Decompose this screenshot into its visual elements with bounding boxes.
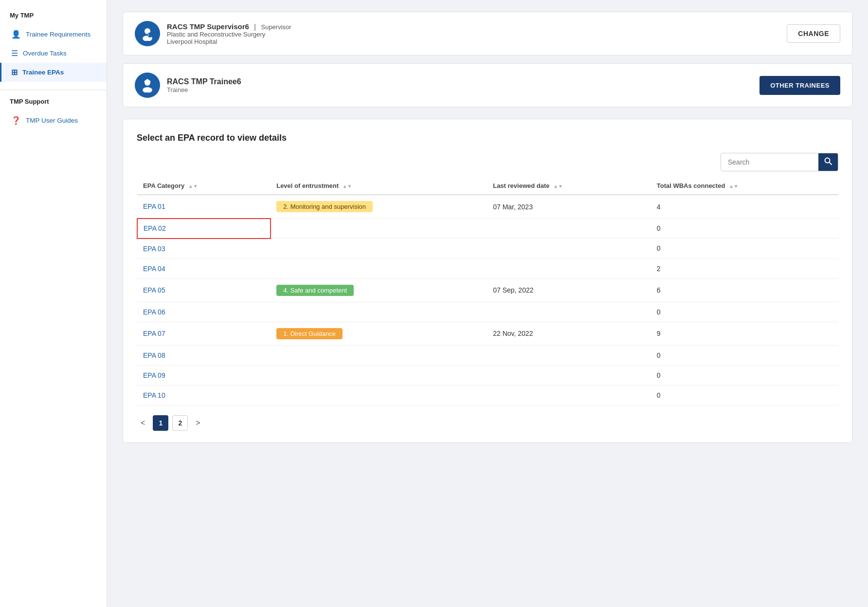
wbas-count: 0 xyxy=(651,302,838,322)
epa-link-epa-09[interactable]: EPA 09 xyxy=(143,371,165,379)
entrustment-badge: 4. Safe and competent xyxy=(276,285,354,296)
change-button[interactable]: CHANGE xyxy=(787,24,840,43)
epa-section: Select an EPA record to view details EPA… xyxy=(123,119,852,443)
table-row: EPA 020 xyxy=(137,219,838,239)
sidebar-item-tmp-user-guides[interactable]: ❓ TMP User Guides xyxy=(0,111,107,130)
sort-icon-reviewed: ▲▼ xyxy=(553,184,563,189)
reviewed-date xyxy=(487,219,651,239)
sidebar-divider xyxy=(0,90,107,90)
other-trainees-button[interactable]: OTHER TRAINEES xyxy=(760,76,840,95)
supervisor-text: RACS TMP Supervisor6 | Supervisor Plasti… xyxy=(167,22,291,45)
supervisor-specialty: Plastic and Reconstructive Surgery xyxy=(167,31,291,38)
wbas-count: 0 xyxy=(651,385,838,405)
epa-table: EPA Category ▲▼ Level of entrustment ▲▼ … xyxy=(137,177,838,405)
supervisor-card: ⚕ RACS TMP Supervisor6 | Supervisor Plas… xyxy=(123,12,852,55)
user-guides-icon: ❓ xyxy=(11,116,21,125)
epa-link-epa-02[interactable]: EPA 02 xyxy=(144,224,166,232)
svg-point-5 xyxy=(143,87,152,92)
main-content: ⚕ RACS TMP Supervisor6 | Supervisor Plas… xyxy=(107,0,868,607)
supervisor-hospital: Liverpool Hospital xyxy=(167,38,291,45)
table-row: EPA 090 xyxy=(137,365,838,385)
trainee-name: RACS TMP Trainee6 xyxy=(167,77,241,86)
reviewed-date: 07 Mar, 2023 xyxy=(487,195,651,219)
epa-link-epa-08[interactable]: EPA 08 xyxy=(143,351,165,359)
table-row: EPA 012. Monitoring and supervision07 Ma… xyxy=(137,195,838,219)
epa-link-epa-06[interactable]: EPA 06 xyxy=(143,308,165,316)
wbas-count: 9 xyxy=(651,322,838,345)
table-row: EPA 100 xyxy=(137,385,838,405)
wbas-count: 0 xyxy=(651,219,838,239)
epa-link-epa-10[interactable]: EPA 10 xyxy=(143,391,165,399)
table-row: EPA 054. Safe and competent07 Sep, 20226 xyxy=(137,278,838,302)
sidebar-item-label: Overdue Tasks xyxy=(23,50,67,57)
reviewed-date xyxy=(487,345,651,365)
wbas-count: 2 xyxy=(651,258,838,278)
wbas-count: 4 xyxy=(651,195,838,219)
trainee-avatar xyxy=(135,73,160,98)
entrustment-badge: 2. Monitoring and supervision xyxy=(276,201,373,212)
table-row: EPA 080 xyxy=(137,345,838,365)
epa-link-epa-07[interactable]: EPA 07 xyxy=(143,330,165,337)
sidebar-item-trainee-requirements[interactable]: 👤 Trainee Requirements xyxy=(0,25,107,44)
epa-section-title: Select an EPA record to view details xyxy=(137,133,838,143)
sidebar-item-label: Trainee Requirements xyxy=(26,31,90,38)
reviewed-date xyxy=(487,385,651,405)
table-row: EPA 060 xyxy=(137,302,838,322)
wbas-count: 0 xyxy=(651,239,838,259)
table-row: EPA 030 xyxy=(137,239,838,259)
sidebar-item-trainee-epas[interactable]: ⊞ Trainee EPAs xyxy=(0,63,107,82)
sort-icon-entrustment: ▲▼ xyxy=(343,184,352,189)
next-page-button[interactable]: > xyxy=(192,417,204,429)
reviewed-date: 22 Nov, 2022 xyxy=(487,322,651,345)
reviewed-date xyxy=(487,302,651,322)
wbas-count: 0 xyxy=(651,365,838,385)
sort-icon-wbas: ▲▼ xyxy=(729,184,739,189)
col-reviewed: Last reviewed date ▲▼ xyxy=(487,177,651,195)
sidebar-item-label: Trainee EPAs xyxy=(22,69,64,76)
epa-link-epa-03[interactable]: EPA 03 xyxy=(143,245,165,253)
reviewed-date xyxy=(487,258,651,278)
page-2-button[interactable]: 2 xyxy=(172,415,188,431)
trainee-card: RACS TMP Trainee6 Trainee OTHER TRAINEES xyxy=(123,63,852,107)
page-1-button[interactable]: 1 xyxy=(153,415,168,431)
search-input[interactable] xyxy=(721,154,818,170)
table-row: EPA 071. Direct Guidance22 Nov, 20229 xyxy=(137,322,838,345)
col-category: EPA Category ▲▼ xyxy=(137,177,271,195)
sidebar-item-overdue-tasks[interactable]: ☰ Overdue Tasks xyxy=(0,44,107,63)
reviewed-date: 07 Sep, 2022 xyxy=(487,278,651,302)
reviewed-date xyxy=(487,365,651,385)
epa-link-epa-05[interactable]: EPA 05 xyxy=(143,286,165,294)
reviewed-date xyxy=(487,239,651,259)
svg-text:⚕: ⚕ xyxy=(147,33,149,37)
wbas-count: 0 xyxy=(651,345,838,365)
overdue-tasks-icon: ☰ xyxy=(11,49,18,58)
supervisor-info: ⚕ RACS TMP Supervisor6 | Supervisor Plas… xyxy=(135,21,291,46)
trainee-requirements-icon: 👤 xyxy=(11,30,21,39)
epa-link-epa-01[interactable]: EPA 01 xyxy=(143,202,165,210)
col-entrustment: Level of entrustment ▲▼ xyxy=(271,177,487,195)
pagination: < 1 2 > xyxy=(137,415,838,431)
supervisor-name: RACS TMP Supervisor6 | Supervisor xyxy=(167,22,291,31)
prev-page-button[interactable]: < xyxy=(137,417,149,429)
table-row: EPA 042 xyxy=(137,258,838,278)
col-wbas: Total WBAs connected ▲▼ xyxy=(651,177,838,195)
table-header-row: EPA Category ▲▼ Level of entrustment ▲▼ … xyxy=(137,177,838,195)
tmp-support-title: TMP Support xyxy=(0,98,107,111)
trainee-epas-icon: ⊞ xyxy=(11,68,18,77)
supervisor-avatar: ⚕ xyxy=(135,21,160,46)
my-tmp-title: My TMP xyxy=(0,12,107,25)
epa-link-epa-04[interactable]: EPA 04 xyxy=(143,265,165,273)
wbas-count: 6 xyxy=(651,278,838,302)
sort-icon-category: ▲▼ xyxy=(188,184,198,189)
trainee-role: Trainee xyxy=(167,86,241,93)
entrustment-badge: 1. Direct Guidance xyxy=(276,328,343,339)
trainee-info: RACS TMP Trainee6 Trainee xyxy=(135,73,241,98)
search-row xyxy=(137,153,838,171)
search-button[interactable] xyxy=(818,153,838,171)
sidebar: My TMP 👤 Trainee Requirements ☰ Overdue … xyxy=(0,0,107,607)
sidebar-item-label: TMP User Guides xyxy=(26,117,78,124)
trainee-text: RACS TMP Trainee6 Trainee xyxy=(167,77,241,93)
svg-line-8 xyxy=(830,163,832,165)
search-container xyxy=(721,153,838,171)
